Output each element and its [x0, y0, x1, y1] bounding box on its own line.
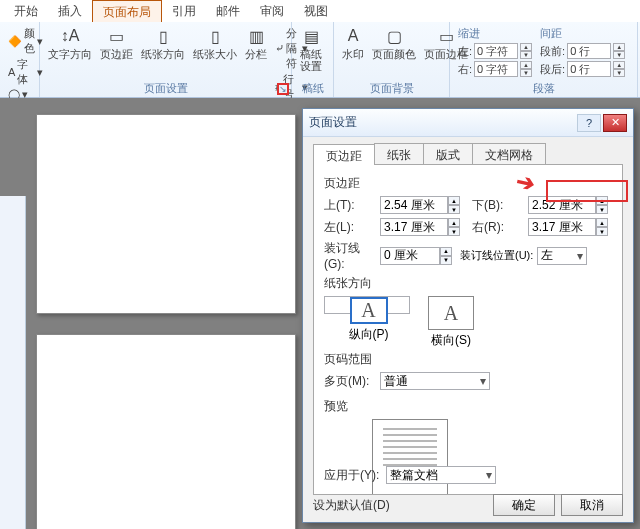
- pages-section-label: 页码范围: [324, 351, 612, 368]
- margin-top-input[interactable]: 2.54 厘米: [380, 196, 448, 214]
- dialog-tab-margins[interactable]: 页边距: [313, 144, 375, 165]
- fonts-icon: A: [8, 66, 15, 78]
- landscape-icon: A: [444, 302, 458, 325]
- text-direction-button[interactable]: ↕A文字方向: [44, 24, 96, 62]
- indent-left-up[interactable]: ▲: [520, 43, 532, 51]
- margin-bottom-up[interactable]: ▲: [596, 196, 608, 205]
- theme-fonts-button[interactable]: A字体▾: [8, 57, 43, 87]
- set-default-button[interactable]: 设为默认值(D): [313, 497, 390, 514]
- spacing-before-down[interactable]: ▼: [613, 51, 625, 59]
- dialog-title: 页面设置: [309, 114, 357, 131]
- page-setup-dialog-launcher[interactable]: ↘: [277, 83, 289, 95]
- orientation-portrait[interactable]: A纵向(P): [324, 296, 410, 314]
- dialog-tab-layout[interactable]: 版式: [423, 143, 473, 164]
- tab-review[interactable]: 审阅: [250, 0, 294, 22]
- indent-right-input[interactable]: 0 字符: [474, 61, 518, 77]
- theme-colors-button[interactable]: 🔶颜色▾: [8, 26, 43, 56]
- page-setup-dialog: 页面设置 ? ✕ 页边距 纸张 版式 文档网格 页边距 上(T): 2.54 厘…: [302, 108, 634, 523]
- colors-icon: 🔶: [8, 35, 22, 48]
- spacing-before-label: 段前:: [540, 44, 565, 59]
- watermark-button[interactable]: A水印: [338, 24, 368, 62]
- multi-pages-label: 多页(M):: [324, 373, 380, 390]
- apply-to-label: 应用于(Y):: [324, 467, 386, 484]
- group-manuscript: ▤稿纸 设置 稿纸: [292, 22, 334, 97]
- margin-left-label: 左(L):: [324, 219, 380, 236]
- margin-left-down[interactable]: ▼: [448, 227, 460, 236]
- preview-section-label: 预览: [324, 398, 612, 415]
- ribbon-tabs: 开始 插入 页面布局 引用 邮件 审阅 视图: [0, 0, 640, 22]
- manuscript-button[interactable]: ▤稿纸 设置: [296, 24, 326, 74]
- orientation-landscape[interactable]: A横向(S): [428, 296, 474, 349]
- margins-button[interactable]: ▭页边距: [96, 24, 137, 62]
- cancel-button[interactable]: 取消: [561, 494, 623, 516]
- breaks-icon: ⤶: [275, 42, 284, 55]
- margin-bottom-label: 下(B):: [472, 197, 528, 214]
- spacing-before-input[interactable]: 0 行: [567, 43, 611, 59]
- margin-right-label: 右(R):: [472, 219, 528, 236]
- dialog-tabs: 页边距 纸张 版式 文档网格: [313, 143, 623, 165]
- dialog-help-button[interactable]: ?: [577, 114, 601, 132]
- indent-right-down[interactable]: ▼: [520, 69, 532, 77]
- tab-insert[interactable]: 插入: [48, 0, 92, 22]
- margin-left-input[interactable]: 3.17 厘米: [380, 218, 448, 236]
- columns-button[interactable]: ▥分栏: [241, 24, 271, 62]
- margin-right-down[interactable]: ▼: [596, 227, 608, 236]
- gutter-pos-select[interactable]: 左▾: [537, 247, 587, 265]
- margin-bottom-input[interactable]: 2.52 厘米: [528, 196, 596, 214]
- dialog-close-button[interactable]: ✕: [603, 114, 627, 132]
- dialog-titlebar: 页面设置 ? ✕: [303, 109, 633, 137]
- text-direction-icon: ↕A: [60, 26, 80, 46]
- tab-mailings[interactable]: 邮件: [206, 0, 250, 22]
- spacing-header: 间距: [540, 26, 625, 41]
- indent-left-down[interactable]: ▼: [520, 51, 532, 59]
- margin-top-down[interactable]: ▼: [448, 205, 460, 214]
- indent-right-up[interactable]: ▲: [520, 61, 532, 69]
- size-icon: ▯: [205, 26, 225, 46]
- spacing-before-up[interactable]: ▲: [613, 43, 625, 51]
- page-color-button[interactable]: ▢页面颜色: [368, 24, 420, 62]
- group-themes: 🔶颜色▾ A字体▾ ◯▾: [0, 22, 40, 97]
- group-paragraph: 缩进 左:0 字符▲▼ 右:0 字符▲▼ 间距 段前:0 行▲▼ 段后:0 行▲…: [450, 22, 638, 97]
- chevron-down-icon: ▾: [483, 468, 495, 482]
- group-page-setup: ↕A文字方向 ▭页边距 ▯纸张方向 ▯纸张大小 ▥分栏 ⤶分隔符▾ #行号▾ b…: [40, 22, 292, 97]
- ribbon-body: 🔶颜色▾ A字体▾ ◯▾ ↕A文字方向 ▭页边距 ▯纸张方向 ▯纸张大小 ▥分栏…: [0, 22, 640, 98]
- manuscript-icon: ▤: [301, 26, 321, 46]
- margin-right-input[interactable]: 3.17 厘米: [528, 218, 596, 236]
- document-page-2[interactable]: [36, 334, 296, 529]
- tab-home[interactable]: 开始: [4, 0, 48, 22]
- tab-view[interactable]: 视图: [294, 0, 338, 22]
- margin-bottom-down[interactable]: ▼: [596, 205, 608, 214]
- margin-left-up[interactable]: ▲: [448, 218, 460, 227]
- multi-pages-select[interactable]: 普通▾: [380, 372, 490, 390]
- vertical-ruler: [0, 196, 26, 529]
- gutter-up[interactable]: ▲: [440, 247, 452, 256]
- group-label-page-setup: 页面设置: [40, 81, 291, 96]
- indent-left-input[interactable]: 0 字符: [474, 43, 518, 59]
- gutter-input[interactable]: 0 厘米: [380, 247, 440, 265]
- dialog-tab-paper[interactable]: 纸张: [374, 143, 424, 164]
- margin-top-label: 上(T):: [324, 197, 380, 214]
- document-page-1[interactable]: [36, 114, 296, 314]
- dialog-tab-grid[interactable]: 文档网格: [472, 143, 546, 164]
- spacing-after-input[interactable]: 0 行: [567, 61, 611, 77]
- orientation-button[interactable]: ▯纸张方向: [137, 24, 189, 62]
- apply-to-select[interactable]: 整篇文档▾: [386, 466, 496, 484]
- margin-top-up[interactable]: ▲: [448, 196, 460, 205]
- indent-left-label: 左:: [458, 44, 472, 59]
- tab-page-layout[interactable]: 页面布局: [92, 0, 162, 22]
- tab-references[interactable]: 引用: [162, 0, 206, 22]
- watermark-icon: A: [343, 26, 363, 46]
- spacing-after-down[interactable]: ▼: [613, 69, 625, 77]
- columns-icon: ▥: [246, 26, 266, 46]
- gutter-pos-label: 装订线位置(U):: [460, 248, 533, 263]
- ok-button[interactable]: 确定: [493, 494, 555, 516]
- orientation-section-label: 纸张方向: [324, 275, 612, 292]
- group-label-background: 页面背景: [334, 81, 449, 96]
- margin-right-up[interactable]: ▲: [596, 218, 608, 227]
- chevron-down-icon: ▾: [574, 249, 586, 263]
- spacing-after-up[interactable]: ▲: [613, 61, 625, 69]
- gutter-down[interactable]: ▼: [440, 256, 452, 265]
- dialog-panel: 页边距 上(T): 2.54 厘米▲▼ 下(B): 2.52 厘米▲▼ 左(L)…: [313, 165, 623, 495]
- group-background: A水印 ▢页面颜色 ▭页面边框 页面背景: [334, 22, 450, 97]
- size-button[interactable]: ▯纸张大小: [189, 24, 241, 62]
